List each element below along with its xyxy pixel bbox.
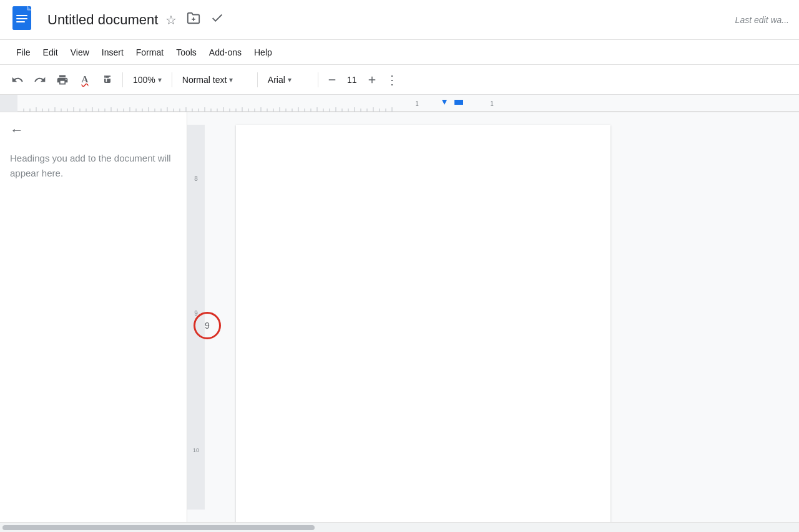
doc-title[interactable]: Untitled document bbox=[47, 12, 158, 28]
document-area: 8 9 10 9 bbox=[187, 112, 799, 522]
undo-button[interactable] bbox=[7, 70, 27, 90]
menu-bar: File Edit View Insert Format Tools Add-o… bbox=[0, 40, 799, 65]
annotation-number: 9 bbox=[205, 321, 210, 331]
menu-insert[interactable]: Insert bbox=[96, 45, 130, 60]
ruler-num-8: 8 bbox=[194, 176, 198, 182]
zoom-selector[interactable]: 100% ▾ bbox=[128, 70, 167, 90]
page-wrapper: 9 bbox=[205, 125, 610, 510]
last-edit-text: Last edit wa... bbox=[735, 15, 789, 25]
toolbar-divider-3 bbox=[257, 72, 258, 87]
redo-button[interactable] bbox=[30, 70, 50, 90]
font-chevron: ▾ bbox=[288, 75, 292, 84]
outline-back-button[interactable]: ← bbox=[10, 122, 24, 138]
svg-marker-68 bbox=[442, 100, 447, 105]
cloud-save-icon[interactable] bbox=[210, 11, 224, 28]
document-page[interactable] bbox=[236, 125, 610, 522]
text-style-selector[interactable]: Normal text ▾ bbox=[177, 70, 252, 90]
menu-format[interactable]: Format bbox=[130, 45, 170, 60]
font-value: Arial bbox=[268, 75, 285, 85]
annotation-circle: 9 bbox=[194, 312, 221, 339]
horizontal-scrollbar[interactable] bbox=[0, 522, 799, 532]
svg-text:1: 1 bbox=[415, 100, 419, 107]
spell-check-button[interactable]: A bbox=[75, 70, 95, 90]
font-size-control: 11 bbox=[323, 71, 381, 89]
svg-rect-4 bbox=[16, 21, 25, 22]
style-value: Normal text bbox=[182, 75, 227, 85]
increase-font-button[interactable] bbox=[363, 71, 381, 89]
star-icon[interactable]: ☆ bbox=[165, 12, 177, 27]
app-logo[interactable] bbox=[10, 5, 40, 35]
svg-rect-69 bbox=[454, 100, 463, 105]
menu-edit[interactable]: Edit bbox=[37, 45, 64, 60]
main-area: ← Headings you add to the document will … bbox=[0, 112, 799, 522]
menu-tools[interactable]: Tools bbox=[170, 45, 203, 60]
title-icons: ☆ bbox=[165, 11, 224, 28]
scrollbar-thumb[interactable] bbox=[2, 525, 315, 530]
outline-placeholder: Headings you add to the document will ap… bbox=[10, 151, 177, 181]
paint-format-button[interactable] bbox=[97, 70, 117, 90]
toolbar: A 100% ▾ Normal text ▾ Arial ▾ 11 ⋮ bbox=[0, 65, 799, 95]
svg-rect-2 bbox=[16, 15, 27, 16]
folder-icon[interactable] bbox=[187, 11, 200, 28]
font-size-value[interactable]: 11 bbox=[343, 75, 361, 85]
toolbar-divider-2 bbox=[172, 72, 172, 87]
ruler-num-10: 10 bbox=[193, 448, 199, 453]
svg-text:1: 1 bbox=[490, 100, 494, 107]
outline-panel: ← Headings you add to the document will … bbox=[0, 112, 187, 522]
ruler: 1 1 bbox=[0, 95, 799, 112]
more-options-icon[interactable]: ⋮ bbox=[386, 72, 398, 87]
toolbar-divider-4 bbox=[318, 72, 318, 87]
zoom-chevron: ▾ bbox=[158, 75, 162, 84]
zoom-value: 100% bbox=[133, 75, 155, 85]
menu-view[interactable]: View bbox=[64, 45, 96, 60]
menu-file[interactable]: File bbox=[10, 45, 37, 60]
font-selector[interactable]: Arial ▾ bbox=[263, 70, 313, 90]
decrease-font-button[interactable] bbox=[323, 71, 341, 89]
style-chevron: ▾ bbox=[229, 75, 233, 84]
toolbar-divider-1 bbox=[122, 72, 123, 87]
title-bar: Untitled document ☆ Last edit wa... bbox=[0, 0, 799, 40]
menu-help[interactable]: Help bbox=[248, 45, 278, 60]
print-button[interactable] bbox=[52, 70, 72, 90]
menu-addons[interactable]: Add-ons bbox=[203, 45, 248, 60]
svg-rect-3 bbox=[16, 18, 27, 19]
outline-header: ← bbox=[10, 122, 177, 138]
